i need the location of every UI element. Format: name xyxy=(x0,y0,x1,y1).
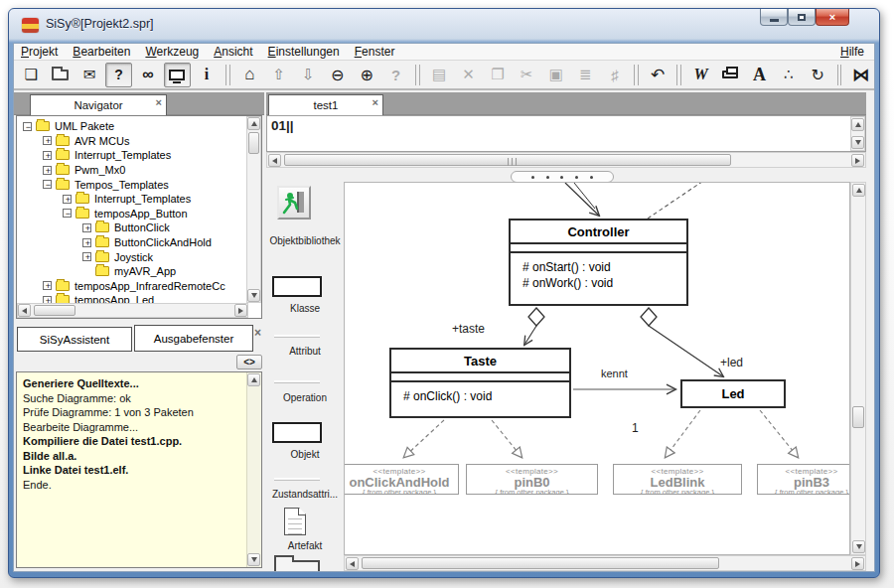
copy-button[interactable]: ❐ xyxy=(485,63,511,87)
scroll-thumb[interactable] xyxy=(248,132,259,154)
search-button[interactable]: ∞ xyxy=(135,63,161,87)
objekt-tool-icon[interactable] xyxy=(272,422,322,443)
scroll-right-button[interactable] xyxy=(851,154,864,167)
scroll-right-button[interactable] xyxy=(234,304,247,317)
klasse-tool-icon[interactable] xyxy=(272,276,322,297)
tree-item[interactable]: Joystick xyxy=(17,249,261,264)
tree-item[interactable]: ButtonClickAndHold xyxy=(17,235,261,250)
menu-fenster[interactable]: Fenster xyxy=(355,45,395,59)
options-list-button[interactable]: ∴ xyxy=(776,63,802,87)
scroll-thumb[interactable] xyxy=(852,406,864,428)
scroll-up-button[interactable] xyxy=(852,184,865,197)
cut-button[interactable]: ✂ xyxy=(514,63,539,87)
palette-item-label[interactable]: Artefakt xyxy=(266,540,344,551)
list-button[interactable]: ≣ xyxy=(572,63,598,87)
close-navigator-icon[interactable]: × xyxy=(156,96,162,108)
tree-item[interactable]: Interrupt_Templates xyxy=(17,192,261,207)
menu-hilfe[interactable]: Hilfe xyxy=(840,45,864,59)
palette-item-label[interactable]: Klasse xyxy=(266,303,344,314)
diagram-vscrollbar[interactable] xyxy=(850,182,866,555)
template-pinb3[interactable]: <<template>> pinB3 { from other package … xyxy=(757,464,850,495)
scroll-thumb[interactable] xyxy=(284,154,731,166)
open-project-button[interactable] xyxy=(47,63,73,87)
class-controller[interactable]: Controller # onStart() : void # onWork()… xyxy=(509,219,688,306)
scroll-thumb[interactable] xyxy=(34,305,75,316)
scroll-down-button[interactable] xyxy=(851,136,864,149)
menu-einstellungen[interactable]: Einstellungen xyxy=(268,45,340,59)
expand-toggle[interactable] xyxy=(63,209,72,218)
tree-item[interactable]: Interrupt_Templates xyxy=(17,148,261,163)
expand-toggle[interactable] xyxy=(23,122,32,131)
scroll-up-button[interactable] xyxy=(247,117,260,130)
tree-item[interactable]: Tempos_Templates xyxy=(17,177,261,192)
diagram-view-button[interactable] xyxy=(164,63,190,87)
operation-tool-icon[interactable] xyxy=(274,380,320,383)
paste-button[interactable]: ▣ xyxy=(543,63,569,87)
paket-tool-icon[interactable] xyxy=(274,560,320,572)
collapse-toggle-button[interactable]: <> xyxy=(236,355,262,369)
close-tab-icon[interactable]: × xyxy=(372,96,378,108)
expand-toggle[interactable] xyxy=(82,238,91,247)
close-output-panel-icon[interactable]: × xyxy=(254,326,261,340)
menu-bearbeiten[interactable]: Bearbeiten xyxy=(73,45,130,59)
scroll-left-button[interactable] xyxy=(268,154,281,167)
palette-item-label[interactable]: Attribut xyxy=(266,346,344,357)
tree-item[interactable]: AVR MCUs xyxy=(17,134,261,149)
menu-projekt[interactable]: Projekt xyxy=(21,45,58,59)
scroll-thumb[interactable] xyxy=(362,557,719,569)
mail-button[interactable]: ✉ xyxy=(76,63,102,87)
expand-toggle[interactable] xyxy=(43,281,52,290)
zoom-in-button[interactable]: ⊕ xyxy=(354,63,379,87)
menu-werkzeug[interactable]: Werkzeug xyxy=(145,45,199,59)
zustandsattribut-tool-icon[interactable] xyxy=(274,478,320,481)
tree-item[interactable]: temposApp_Button xyxy=(17,207,261,221)
expand-toggle[interactable] xyxy=(63,195,72,204)
scroll-down-button[interactable] xyxy=(247,553,260,566)
scroll-up-button[interactable] xyxy=(247,373,260,386)
delete-button[interactable]: ✕ xyxy=(455,63,481,87)
run-button[interactable] xyxy=(277,186,311,220)
tab-navigator[interactable]: Navigator × xyxy=(30,94,167,115)
tab-sisy-assistent[interactable]: SiSyAssistent xyxy=(17,327,132,352)
attribut-tool-icon[interactable] xyxy=(274,335,320,338)
class-taste[interactable]: Taste # onClick() : void xyxy=(389,348,571,418)
font-button[interactable]: A xyxy=(746,63,772,87)
template-onclickandhold[interactable]: <<template>> onClickAndHold { from other… xyxy=(344,464,459,495)
tree-item[interactable]: UML Pakete xyxy=(17,119,261,134)
home-button[interactable]: ⌂ xyxy=(236,63,262,87)
print-button[interactable] xyxy=(717,63,743,87)
tree-item[interactable]: Pwm_Mx0 xyxy=(17,163,261,178)
tab-test1[interactable]: test1 × xyxy=(268,94,383,115)
scroll-left-button[interactable] xyxy=(18,304,31,317)
tree-vscrollbar[interactable] xyxy=(246,116,261,303)
tree-item[interactable]: myAVR_App xyxy=(17,264,261,279)
navigate-down-button[interactable]: ⇩ xyxy=(295,63,321,87)
editor-hscrollbar[interactable] xyxy=(266,152,866,168)
maximize-button[interactable] xyxy=(788,9,816,26)
expand-toggle[interactable] xyxy=(43,166,52,175)
tree-item[interactable]: ButtonClick xyxy=(17,220,261,235)
menu-ansicht[interactable]: Ansicht xyxy=(214,45,252,59)
expand-toggle[interactable] xyxy=(82,223,91,232)
scroll-left-button[interactable] xyxy=(346,557,359,570)
palette-item-label[interactable]: Zustandsattri... xyxy=(266,489,344,500)
properties-button[interactable]: ▤ xyxy=(426,63,452,87)
undo-button[interactable]: ↶ xyxy=(645,63,670,87)
class-led[interactable]: Led xyxy=(680,379,786,408)
editor-text-area[interactable]: 01|| xyxy=(266,115,866,152)
expand-toggle[interactable] xyxy=(43,136,52,145)
expand-toggle[interactable] xyxy=(43,180,52,189)
output-vscrollbar[interactable] xyxy=(246,372,261,567)
expand-toggle[interactable] xyxy=(82,252,91,261)
help-mode-button[interactable]: ? xyxy=(105,63,131,87)
context-help-button[interactable]: ? xyxy=(382,63,408,87)
new-document-button[interactable]: ❏ xyxy=(18,63,44,87)
expand-toggle[interactable] xyxy=(43,151,52,160)
template-ledblink[interactable]: <<template>> LedBlink { from other packa… xyxy=(613,464,742,495)
title-bar[interactable]: SiSy®[Projekt2.spr] × xyxy=(9,9,879,43)
close-button[interactable]: × xyxy=(816,9,849,26)
zoom-out-button[interactable]: ⊖ xyxy=(324,63,350,87)
diagram-hscrollbar[interactable] xyxy=(344,555,866,571)
person-info-button[interactable]: i xyxy=(194,63,220,87)
tree-item[interactable]: temposApp_InfraredRemoteCc xyxy=(17,279,261,294)
